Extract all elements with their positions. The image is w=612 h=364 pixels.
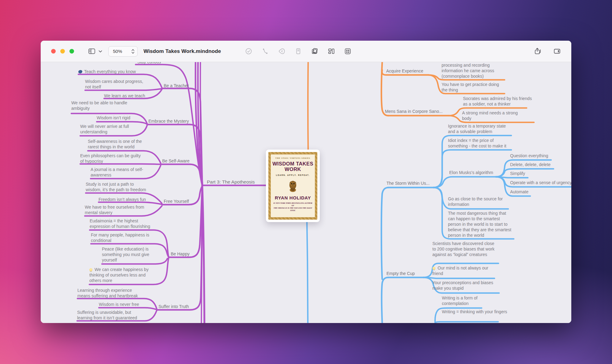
layout-icon[interactable] (327, 47, 335, 55)
node-text: Delete, delete, delete (510, 162, 550, 167)
mindmap-node[interactable]: Delete, delete, delete (510, 162, 550, 167)
mindmap-node[interactable]: Go as close to the source for informatio… (448, 196, 511, 207)
mindmap-node[interactable]: Simplify (510, 171, 525, 176)
mindmap-node[interactable]: Study is not just a path to wisdom, it’s… (86, 181, 149, 192)
mindmap-node[interactable]: Question everything (510, 153, 548, 158)
book-tagline: LEARN. APPLY. REPEAT. (276, 174, 310, 176)
mindmap-topic[interactable]: Be Self-Aware (162, 158, 189, 164)
mindmap-topic[interactable]: Mens Sana in Corpore Sano... (385, 109, 442, 114)
book-author: RYAN HOLIDAY (275, 195, 311, 200)
mindmap-node[interactable]: Wisdom isn’t rigid (97, 115, 130, 121)
mindmap-node[interactable]: Your preconceptions and biases make you … (432, 280, 501, 291)
mindmap-node[interactable]: A journal is a means of self-awareness (91, 167, 149, 178)
node-text: processing and recording information he … (442, 63, 494, 79)
mindmap-node[interactable]: Self-awareness is one of the rarest thin… (88, 139, 147, 150)
node-text: Self-awareness is one of the rarest thin… (88, 139, 142, 149)
mindmap-node[interactable]: Operate with a sense of urgency (510, 180, 571, 185)
lightbulb-icon (432, 267, 435, 270)
node-text: Question everything (510, 153, 548, 158)
stepper-chevrons-icon (131, 49, 135, 54)
mindmap-node[interactable]: Writing is a form of contemplation (442, 295, 491, 306)
mindmap-topic[interactable]: Suffer into Truth (159, 304, 189, 309)
mindmap-node[interactable]: processing and recording information he … (442, 62, 495, 79)
chevron-down-icon[interactable] (99, 50, 102, 53)
mindmap-topic[interactable]: The Storm Within Us... (386, 180, 430, 186)
close-button[interactable] (51, 49, 56, 54)
book-credit-1: #1 NEW YORK TIMES BESTSELLING AUTHOR OF (272, 202, 314, 207)
mindmap-canvas: Stay curiousTeach everything you knowWis… (41, 62, 571, 323)
node-text: Operate with a sense of urgency (510, 180, 571, 185)
mindmap-topic[interactable]: Empty the Cup (386, 271, 415, 276)
node-text: Simplify (510, 171, 525, 176)
node-text: Wisdom is never free (99, 302, 139, 307)
mindmap-topic[interactable]: Stay curious (137, 62, 161, 65)
node-text: Even philosophers can be guilty of hypoc… (80, 153, 141, 164)
notes-icon[interactable] (294, 47, 302, 55)
connection-icon[interactable] (261, 47, 269, 55)
node-text: Writing = thinking with your fingers (442, 309, 507, 314)
sidebar-toggle-icon[interactable] (88, 47, 96, 55)
mindmap-topic[interactable]: Acquire Experience (386, 68, 423, 74)
tag-icon[interactable] (278, 47, 285, 55)
stickers-icon[interactable] (311, 47, 319, 55)
mindmap-node[interactable]: For many people, happiness is conditiona… (91, 232, 154, 243)
mindmap-node[interactable]: You have to get practice doing the thing (442, 82, 503, 93)
mindmap-node[interactable]: Wisdom is never free (99, 302, 139, 307)
mindmap-node[interactable]: Suffering is unavoidable, but learning f… (77, 310, 143, 321)
mindmap-node[interactable]: Freedom isn’t always fun (99, 197, 146, 202)
mindmap-node[interactable]: A strong mind needs a strong body (462, 110, 523, 121)
zoom-stepper[interactable]: 50% (108, 46, 138, 57)
zoom-level: 50% (113, 49, 131, 54)
task-checkmark-icon[interactable] (245, 47, 252, 55)
mindmap-node[interactable]: The most dangerous thing that can happen… (448, 210, 514, 238)
mindmap-node[interactable]: We will never arrive at full understandi… (80, 124, 140, 135)
node-text: We learn as we teach (104, 93, 145, 98)
mindmap-node[interactable]: Teach everything you know (78, 69, 136, 74)
mindmap-node[interactable]: Writing = thinking with your fingers (442, 309, 508, 314)
node-text: Scientists have discovered close to 200 … (432, 241, 494, 257)
node-text: We have to free ourselves from mental sl… (85, 205, 144, 215)
node-text: You have to get practice doing the thing (442, 82, 499, 92)
mindmap-node[interactable]: Eudaimonia = the highest expression of h… (90, 218, 157, 229)
book-title: WISDOM TAKES WORK (272, 161, 314, 172)
window-title[interactable]: Wisdom Takes Work.mindnode (144, 48, 221, 54)
mindmap-node[interactable]: Even philosophers can be guilty of hypoc… (80, 153, 144, 164)
zoom-window-button[interactable] (69, 49, 74, 54)
root-node-book-cover[interactable]: THE STOIC VIRTUES SERIES WISDOM TAKES WO… (266, 150, 320, 222)
focus-icon[interactable] (344, 47, 352, 55)
mindmap-node[interactable]: Socrates was admired by his friends as a… (463, 96, 532, 107)
mindmap-topic[interactable]: Be a Teacher (164, 83, 189, 88)
node-text: A journal is a means of self-awareness (91, 167, 143, 177)
mindmap-node[interactable]: Learning through experience means suffer… (77, 288, 143, 299)
node-text: A strong mind needs a strong body (462, 110, 518, 121)
node-text: Learning through experience means suffer… (77, 288, 138, 298)
node-text: Eudaimonia = the highest expression of h… (90, 218, 150, 229)
mindmap-node[interactable]: We learn as we teach (104, 93, 145, 98)
mindmap-node[interactable]: Ignorance is a temporary state and a sol… (448, 123, 511, 134)
speaking-head-icon (78, 70, 82, 73)
node-text: We can create happiness by thinking of o… (89, 267, 148, 283)
mindmap-node[interactable]: We need to be able to handle ambiguity (71, 100, 132, 111)
node-text: For many people, happiness is conditiona… (91, 232, 149, 243)
mindmap-node[interactable]: Automate (510, 189, 528, 195)
node-text: Study is not just a path to wisdom, it’s… (86, 182, 146, 192)
mindmap-node[interactable]: Peace (like education) is something you … (102, 246, 154, 263)
mindmap-node[interactable]: We have to free ourselves from mental sl… (85, 204, 147, 215)
mindmap-node[interactable]: We can create happiness by thinking of o… (89, 267, 152, 283)
mindmap-topic[interactable]: Be Happy (171, 251, 189, 257)
minimize-button[interactable] (60, 49, 65, 54)
mindmap-node[interactable]: Scientists have discovered close to 200 … (432, 241, 498, 257)
mindnode-window: 50% Wisdom Takes Work.mindnode (41, 41, 571, 323)
share-icon[interactable] (534, 47, 542, 55)
mindmap-node[interactable]: Idiot index = the price of something - t… (448, 138, 512, 149)
mindmap-node[interactable]: Elon Musks’s algorithm (449, 170, 493, 175)
node-text: Our mind is not always our friend (432, 266, 488, 276)
panel-toggle-icon[interactable] (553, 47, 561, 55)
mindmap-node[interactable]: Our mind is not always our friend (432, 265, 495, 276)
mindmap-topic[interactable]: Embrace the Mystery (148, 118, 189, 124)
mindmap-node[interactable]: Wisdom cares about progress, not itself (85, 79, 146, 90)
mindmap-topic[interactable]: Free Yourself (164, 199, 189, 204)
owl-illustration (284, 177, 301, 195)
node-text: Teach everything you know (84, 69, 136, 74)
mindmap-topic[interactable]: Part 3: The Apotheosis (207, 179, 255, 185)
